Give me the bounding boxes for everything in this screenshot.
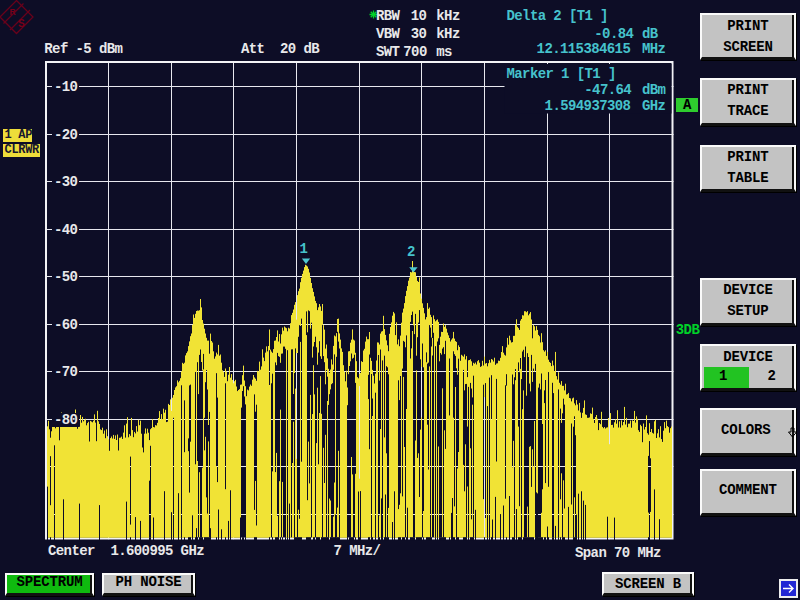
svg-text:S: S	[18, 18, 25, 29]
svg-text:R: R	[10, 7, 16, 17]
